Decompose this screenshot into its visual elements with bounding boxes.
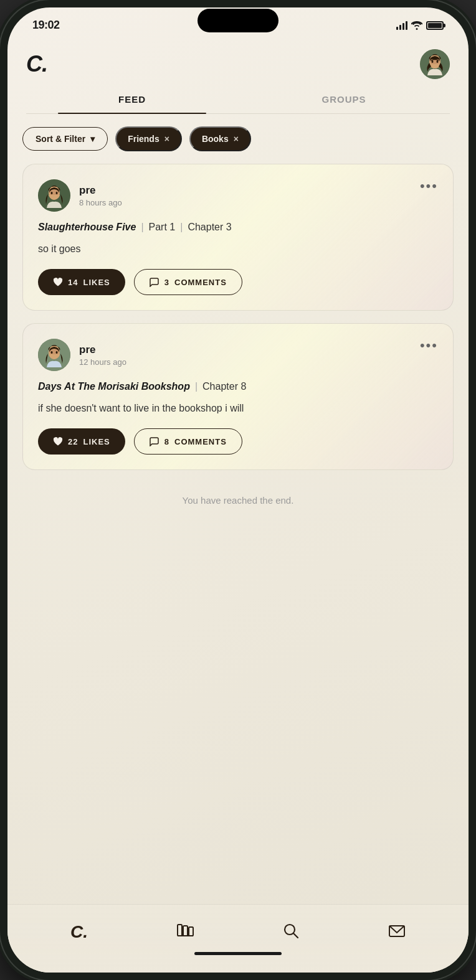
post-username: pre xyxy=(79,184,122,197)
post-header: pre 8 hours ago ••• xyxy=(38,179,438,212)
book-chapter: Chapter 3 xyxy=(188,222,231,233)
post-actions: 14 LIKES 3 COMMENTS xyxy=(38,269,438,295)
post-book-info: Days At The Morisaki Bookshop | Chapter … xyxy=(38,381,438,392)
signal-icon xyxy=(396,21,407,30)
post-user-info: pre 12 hours ago xyxy=(79,344,126,367)
likes-count: 22 xyxy=(68,437,78,446)
wifi-icon xyxy=(411,21,422,30)
tab-groups[interactable]: GROUPS xyxy=(238,85,450,113)
post-user-info: pre 8 hours ago xyxy=(79,184,122,207)
svg-point-3 xyxy=(432,60,434,63)
comments-label: COMMENTS xyxy=(174,278,227,287)
more-options-button[interactable]: ••• xyxy=(420,179,438,193)
avatar[interactable] xyxy=(420,49,450,79)
likes-label: LIKES xyxy=(83,437,110,446)
like-button[interactable]: 22 LIKES xyxy=(38,428,125,455)
sort-filter-label: Sort & Filter xyxy=(36,134,85,144)
phone-frame: 19:02 C. xyxy=(0,0,476,980)
svg-rect-16 xyxy=(183,926,188,936)
post-user: pre 12 hours ago xyxy=(38,339,126,371)
svg-point-8 xyxy=(51,192,53,194)
likes-count: 14 xyxy=(68,278,78,287)
scroll-content[interactable]: Sort & Filter ▾ Friends × Books × xyxy=(7,114,469,904)
post-user: pre 8 hours ago xyxy=(38,179,122,212)
nav-item-home[interactable]: C. xyxy=(60,917,98,947)
post-book-info: Slaughterhouse Five | Part 1 | Chapter 3 xyxy=(38,222,438,233)
comments-count: 3 xyxy=(164,278,169,287)
post-time: 8 hours ago xyxy=(79,198,122,207)
app-logo: C. xyxy=(26,51,47,77)
book-title: Days At The Morisaki Bookshop xyxy=(38,381,190,392)
home-logo-icon: C. xyxy=(70,922,88,942)
friends-remove-icon[interactable]: × xyxy=(164,134,169,144)
post-avatar xyxy=(38,179,70,212)
comment-icon xyxy=(150,277,159,287)
book-part: Part 1 xyxy=(149,222,176,233)
heart-icon xyxy=(53,437,63,446)
comments-label: COMMENTS xyxy=(174,437,227,446)
app-header: C. xyxy=(7,37,469,85)
post-time: 12 hours ago xyxy=(79,357,126,367)
svg-point-13 xyxy=(51,351,53,354)
post-username: pre xyxy=(79,344,126,356)
book-chapter: Chapter 8 xyxy=(202,381,246,392)
comments-count: 8 xyxy=(164,437,169,446)
comment-button[interactable]: 3 COMMENTS xyxy=(134,269,242,295)
books-filter-tag[interactable]: Books × xyxy=(189,126,251,151)
book-title: Slaughterhouse Five xyxy=(38,222,136,233)
svg-point-14 xyxy=(56,351,58,354)
comment-button[interactable]: 8 COMMENTS xyxy=(134,428,242,455)
filter-bar: Sort & Filter ▾ Friends × Books × xyxy=(7,114,469,164)
bottom-nav: C. xyxy=(7,904,469,973)
end-message: You have reached the end. xyxy=(7,483,469,518)
like-button[interactable]: 14 LIKES xyxy=(38,269,125,295)
nav-item-library[interactable] xyxy=(166,917,204,945)
chevron-down-icon: ▾ xyxy=(90,134,95,144)
svg-rect-17 xyxy=(189,927,193,936)
sort-filter-button[interactable]: Sort & Filter ▾ xyxy=(22,127,108,151)
tabs: FEED GROUPS xyxy=(26,85,450,114)
svg-rect-15 xyxy=(178,925,182,936)
friends-tag-label: Friends xyxy=(128,134,159,144)
post-avatar xyxy=(38,339,70,371)
comment-icon xyxy=(150,436,159,446)
svg-point-4 xyxy=(437,60,439,63)
phone-screen: 19:02 C. xyxy=(7,7,469,973)
battery-icon xyxy=(426,21,444,30)
search-icon xyxy=(282,922,300,940)
tab-feed[interactable]: FEED xyxy=(26,85,238,113)
post-card: pre 8 hours ago ••• Slaughterhouse Five … xyxy=(22,164,454,311)
status-icons xyxy=(396,21,444,30)
likes-label: LIKES xyxy=(83,278,110,287)
post-card: pre 12 hours ago ••• Days At The Morisak… xyxy=(22,323,454,470)
svg-line-20 xyxy=(293,933,298,938)
books-icon xyxy=(176,922,194,940)
books-remove-icon[interactable]: × xyxy=(234,134,239,144)
svg-point-9 xyxy=(56,192,58,194)
nav-item-search[interactable] xyxy=(272,917,310,945)
post-header: pre 12 hours ago ••• xyxy=(38,339,438,371)
books-tag-label: Books xyxy=(202,134,229,144)
mail-icon xyxy=(388,922,406,940)
post-actions: 22 LIKES 8 COMMENTS xyxy=(38,428,438,455)
dynamic-island xyxy=(198,9,278,32)
status-time: 19:02 xyxy=(32,19,60,32)
nav-item-messages[interactable] xyxy=(378,917,416,945)
heart-icon xyxy=(53,278,63,287)
friends-filter-tag[interactable]: Friends × xyxy=(115,126,182,151)
more-options-button[interactable]: ••• xyxy=(420,339,438,352)
post-content: if she doesn't want to live in the books… xyxy=(38,401,438,416)
post-content: so it goes xyxy=(38,242,438,257)
